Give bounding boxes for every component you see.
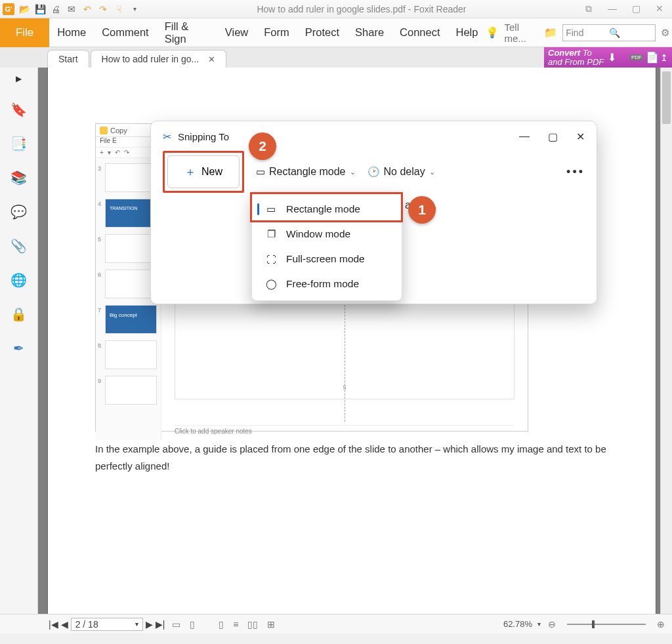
vertical-scrollbar[interactable] [660, 68, 672, 614]
window-controls: ⧉ — ▢ ✕ [583, 3, 665, 14]
expand-icon[interactable]: ▶ [16, 74, 22, 83]
upload-arrow-icon: ↥ [660, 52, 668, 63]
continuous-icon[interactable]: ≡ [231, 619, 240, 630]
snip-maximize-icon[interactable]: ▢ [548, 131, 558, 143]
email-icon[interactable]: ✉ [66, 3, 77, 15]
protect-tab[interactable]: Protect [297, 18, 347, 47]
new-button[interactable]: ＋ New [167, 155, 240, 188]
fullscreen-icon: ⛶ [265, 254, 277, 265]
scissors-icon: ✂ [163, 131, 171, 143]
snip-title: Snipping To [178, 131, 229, 142]
document-icon: 📄 [646, 51, 659, 64]
convert-button[interactable]: Convert Toand From PDF ⬇ PDF 📄 ↥ [544, 47, 672, 68]
share-tab[interactable]: Share [347, 18, 392, 47]
form-tab[interactable]: Form [256, 18, 297, 47]
status-bar: |◀ ◀ 2 / 18▾ ▶ ▶| ▭ ▯ ▯ ≡ ▯▯ ⊞ 62.78% ▾ … [0, 614, 672, 634]
view-tab[interactable]: View [217, 18, 256, 47]
menu-free-form-mode[interactable]: ◯ Free-form mode [255, 272, 399, 296]
quick-access: G' 📂 💾 🖨 ✉ ↶ ↷ ☟ ▾ [3, 3, 140, 15]
facing-icon[interactable]: ▯▯ [245, 619, 260, 630]
zoom-level: 62.78% [503, 619, 532, 629]
body-paragraph: In the example above, a guide is placed … [95, 441, 608, 474]
open-icon[interactable]: 📂 [18, 3, 30, 15]
hand-icon[interactable]: ☟ [113, 3, 125, 15]
download-arrow-icon: ⬇ [608, 51, 616, 64]
rectangle-icon: ▭ [265, 203, 277, 215]
window-icon: ❐ [265, 228, 277, 240]
bulb-icon: 💡 [486, 26, 499, 39]
rectangle-icon: ▭ [256, 166, 265, 178]
find-placeholder: Find [566, 28, 609, 38]
scrollbar-thumb[interactable] [662, 71, 671, 124]
gear-icon[interactable]: ⚙ [661, 27, 669, 39]
qat-more-icon[interactable]: ▾ [129, 3, 140, 15]
maximize-icon[interactable]: ▢ [630, 3, 642, 14]
zoom-in-icon[interactable]: ⊕ [655, 619, 667, 630]
zoom-dropdown-icon[interactable]: ▾ [537, 620, 541, 628]
menu-rectangle-mode[interactable]: ▭ Rectangle mode [255, 197, 399, 222]
file-tab[interactable]: File [0, 18, 49, 47]
title-bar: G' 📂 💾 🖨 ✉ ↶ ↷ ☟ ▾ How to add ruler in g… [0, 0, 672, 18]
snip-minimize-icon[interactable]: — [519, 131, 530, 143]
last-page-icon[interactable]: ▶| [156, 619, 165, 630]
next-page-icon[interactable]: ▶ [146, 619, 153, 630]
fit-width-icon[interactable]: ▯ [188, 619, 197, 630]
tab-document[interactable]: How to add ruler in go... ✕ [91, 50, 227, 68]
mode-menu: ▭ Rectangle mode ❐ Window mode ⛶ Full-sc… [251, 192, 402, 301]
layers-icon[interactable]: 📚 [10, 170, 27, 186]
save-icon[interactable]: 💾 [34, 3, 46, 15]
delay-dropdown[interactable]: 🕑 No delay ⌄ [368, 166, 435, 178]
page-nav: |◀ ◀ 2 / 18▾ ▶ ▶| [49, 618, 165, 631]
fill-sign-tab[interactable]: Fill & Sign [157, 18, 217, 47]
help-tab[interactable]: Help [448, 18, 486, 47]
freeform-icon: ◯ [265, 278, 277, 290]
close-tab-icon[interactable]: ✕ [208, 54, 215, 64]
undo-icon[interactable]: ↶ [81, 3, 93, 15]
print-icon[interactable]: 🖨 [50, 3, 62, 15]
bookmark-icon[interactable]: 🔖 [10, 102, 27, 117]
more-icon[interactable]: ••• [566, 165, 585, 179]
pdf-badge: PDF [630, 54, 643, 60]
first-page-icon[interactable]: |◀ [49, 619, 58, 630]
comment-tab[interactable]: Comment [94, 18, 157, 47]
slides-logo-icon [100, 127, 108, 134]
stamp-icon[interactable]: 🌐 [10, 272, 27, 288]
callout-badge-1: 1 [408, 196, 436, 224]
tab-start[interactable]: Start [47, 50, 89, 68]
menu-full-screen-mode[interactable]: ⛶ Full-screen mode [255, 247, 399, 272]
restore-down-icon[interactable]: ⧉ [583, 3, 595, 14]
snip-close-icon[interactable]: ✕ [576, 131, 585, 143]
zoom-out-icon[interactable]: ⊖ [546, 619, 558, 630]
app-icon: G' [3, 3, 14, 15]
ribbon-tabs: File Home Comment Fill & Sign View Form … [0, 18, 672, 47]
signature-icon[interactable]: ✒ [13, 340, 24, 356]
close-icon[interactable]: ✕ [654, 3, 665, 14]
pages-icon[interactable]: 📑 [10, 136, 27, 151]
search-icon[interactable]: 🔍 [609, 28, 652, 38]
minimize-icon[interactable]: — [606, 3, 618, 14]
zoom-slider[interactable] [567, 624, 646, 625]
find-input[interactable]: Find 🔍 [562, 24, 656, 41]
home-tab[interactable]: Home [49, 18, 94, 47]
security-icon[interactable]: 🔒 [10, 306, 27, 322]
menu-window-mode[interactable]: ❐ Window mode [255, 222, 399, 247]
continuous-facing-icon[interactable]: ⊞ [265, 619, 277, 630]
attachment-icon[interactable]: 📎 [10, 238, 27, 254]
snip-toolbar: ＋ New ▭ Rectangle mode ⌄ 🕑 No delay ⌄ ••… [151, 151, 597, 192]
clock-icon: 🕑 [368, 166, 380, 178]
tell-me[interactable]: Tell me... [504, 22, 539, 44]
chevron-down-icon: ⌄ [350, 168, 356, 176]
redo-icon[interactable]: ↷ [97, 3, 109, 15]
side-panel: ▶ 🔖 📑 📚 💬 📎 🌐 🔒 ✒ [0, 68, 38, 614]
folder-icon[interactable]: 📁 [544, 26, 557, 39]
callout-box-2: ＋ New [163, 151, 244, 193]
mode-dropdown[interactable]: ▭ Rectangle mode ⌄ [256, 166, 356, 178]
window-title: How to add ruler in google slides.pdf - … [140, 4, 583, 14]
comments-icon[interactable]: 💬 [10, 204, 27, 220]
connect-tab[interactable]: Connect [392, 18, 448, 47]
page-number-input[interactable]: 2 / 18▾ [71, 618, 143, 631]
prev-page-icon[interactable]: ◀ [61, 619, 68, 630]
document-tabs: Start How to add ruler in go... ✕ ▼ Conv… [0, 47, 672, 68]
single-page-icon[interactable]: ▯ [217, 619, 226, 630]
fit-page-icon[interactable]: ▭ [170, 619, 182, 630]
